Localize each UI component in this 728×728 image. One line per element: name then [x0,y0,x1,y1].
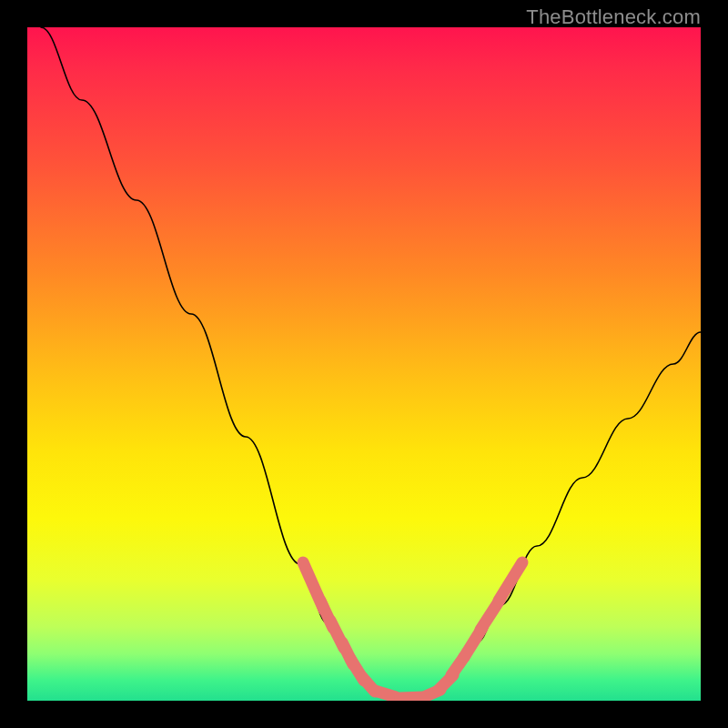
chart-plot-area [27,27,701,701]
left-curve [41,27,391,699]
highlight-beads [303,562,522,698]
bead-segment [375,691,396,697]
chart-overlay [27,27,701,701]
watermark-text: TheBottleneck.com [526,5,701,29]
